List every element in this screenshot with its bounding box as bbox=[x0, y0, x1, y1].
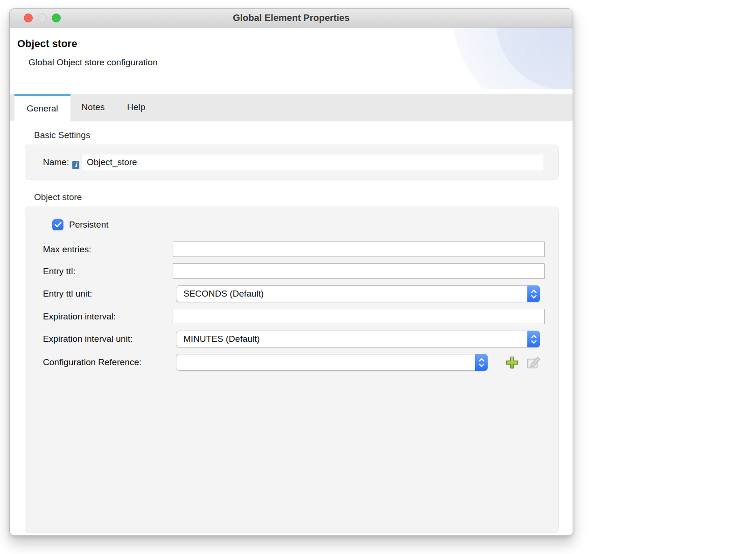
window-controls bbox=[24, 9, 61, 27]
tab-gap bbox=[10, 89, 573, 94]
configuration-reference-actions bbox=[504, 355, 541, 370]
checkmark-icon bbox=[55, 222, 62, 228]
max-entries-row: Max entries: bbox=[43, 242, 543, 257]
configuration-reference-label: Configuration Reference: bbox=[43, 357, 173, 367]
chevron-up-down-icon bbox=[475, 354, 488, 371]
object-store-legend: Object store bbox=[34, 192, 559, 202]
general-tab-content: Basic Settings Name: i Object store Pers… bbox=[10, 121, 573, 533]
entry-ttl-row: Entry ttl: bbox=[43, 263, 543, 279]
edit-icon bbox=[526, 355, 541, 369]
persistent-checkbox[interactable] bbox=[52, 219, 63, 230]
page-title: Object store bbox=[17, 38, 573, 50]
global-element-properties-dialog: Global Element Properties Object store G… bbox=[9, 8, 573, 536]
expiration-interval-unit-label: Expiration interval unit: bbox=[43, 334, 173, 344]
chevron-up-down-icon bbox=[527, 331, 540, 347]
chevron-up-down-icon bbox=[527, 285, 540, 302]
name-input[interactable] bbox=[82, 155, 543, 170]
entry-ttl-unit-row: Entry ttl unit: SECONDS (Default) bbox=[43, 285, 543, 302]
edit-configuration-button[interactable] bbox=[526, 355, 541, 370]
add-configuration-button[interactable] bbox=[504, 355, 519, 370]
expiration-interval-row: Expiration interval: bbox=[43, 309, 543, 324]
max-entries-label: Max entries: bbox=[43, 244, 173, 255]
expiration-interval-unit-select[interactable]: MINUTES (Default) bbox=[176, 331, 540, 347]
configuration-reference-select[interactable] bbox=[176, 354, 488, 371]
tab-notes[interactable]: Notes bbox=[70, 94, 116, 121]
tab-help[interactable]: Help bbox=[116, 94, 156, 121]
info-icon: i bbox=[72, 161, 79, 169]
tab-bar: General Notes Help bbox=[10, 94, 573, 121]
plus-icon bbox=[505, 355, 519, 370]
page-subtitle: Global Object store configuration bbox=[28, 57, 573, 68]
minimize-button[interactable] bbox=[38, 14, 47, 22]
object-store-group: Persistent Max entries: Entry ttl: Entry… bbox=[25, 207, 559, 533]
expiration-interval-label: Expiration interval: bbox=[43, 312, 173, 322]
close-button[interactable] bbox=[24, 14, 33, 22]
configuration-reference-row: Configuration Reference: bbox=[43, 354, 543, 371]
basic-settings-legend: Basic Settings bbox=[34, 130, 559, 140]
title-bar[interactable]: Global Element Properties bbox=[10, 9, 573, 28]
entry-ttl-input[interactable] bbox=[173, 263, 545, 279]
dialog-header: Object store Global Object store configu… bbox=[10, 28, 573, 89]
expiration-interval-input[interactable] bbox=[173, 309, 545, 324]
persistent-row: Persistent bbox=[52, 219, 543, 230]
entry-ttl-unit-label: Entry ttl unit: bbox=[43, 289, 173, 299]
basic-settings-group: Name: i bbox=[25, 145, 559, 180]
zoom-button[interactable] bbox=[52, 14, 61, 22]
entry-ttl-label: Entry ttl: bbox=[43, 266, 173, 277]
entry-ttl-unit-select[interactable]: SECONDS (Default) bbox=[176, 285, 540, 302]
tab-general[interactable]: General bbox=[14, 94, 70, 121]
expiration-interval-unit-value: MINUTES (Default) bbox=[183, 334, 260, 344]
entry-ttl-unit-value: SECONDS (Default) bbox=[183, 289, 264, 299]
max-entries-input[interactable] bbox=[173, 242, 545, 257]
name-label: Name: bbox=[43, 157, 69, 167]
window-title: Global Element Properties bbox=[233, 13, 350, 23]
persistent-label: Persistent bbox=[69, 220, 108, 230]
expiration-interval-unit-row: Expiration interval unit: MINUTES (Defau… bbox=[43, 331, 543, 347]
